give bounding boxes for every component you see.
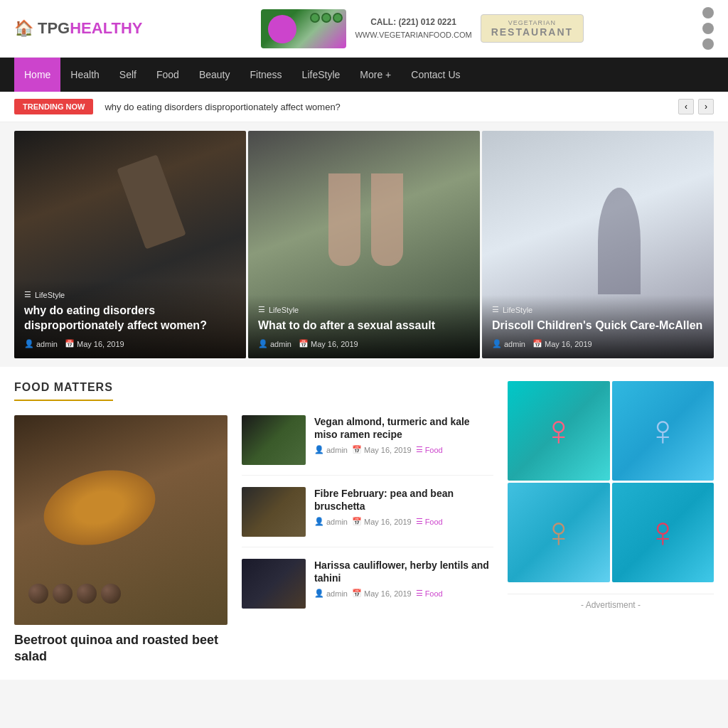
post-meta-1: 👤 admin 📅 May 16, 2019	[24, 339, 236, 348]
nav-food[interactable]: Food	[146, 58, 189, 92]
food-list-meta-1: 👤 admin 📅 May 16, 2019 ☰ Food	[314, 445, 493, 454]
author-icon: 👤	[24, 339, 34, 348]
author-icon-2: 👤	[258, 339, 268, 348]
food-main-image	[14, 415, 228, 625]
nav-fitness[interactable]: Fitness	[240, 58, 291, 92]
food-content: FOOD MATTERS Beetroot quinoa and roasted…	[14, 381, 493, 665]
food-list-item-2[interactable]: Fibre February: pea and bean bruschetta …	[242, 487, 493, 547]
trending-next[interactable]: ›	[698, 99, 714, 114]
author-icon-list-1: 👤	[314, 445, 324, 454]
meta-cat-2: ☰ Food	[416, 517, 443, 526]
meta-author-3: 👤 admin	[314, 589, 348, 598]
featured-item-1[interactable]: ☰ LifeStyle why do eating disorders disp…	[14, 131, 246, 358]
food-list-title-1: Vegan almond, turmeric and kale miso ram…	[314, 415, 493, 441]
restaurant-badge: VEGETARIAN RESTAURANT	[481, 14, 584, 43]
featured-item-3[interactable]: ☰ LifeStyle Driscoll Children's Quick Ca…	[482, 131, 714, 358]
food-list-item-1[interactable]: Vegan almond, turmeric and kale miso ram…	[242, 415, 493, 476]
post-category-1: ☰ LifeStyle	[24, 290, 236, 299]
person-silhouette-3: ♀	[542, 511, 574, 554]
nav-contact[interactable]: Contact Us	[401, 58, 470, 92]
food-list-image-1	[242, 415, 306, 465]
social-icon-2[interactable]	[702, 23, 714, 34]
food-section-grid: Beetroot quinoa and roasted beet salad V…	[14, 415, 493, 665]
post-date-2: 📅 May 16, 2019	[299, 339, 358, 348]
meta-author-1: 👤 admin	[314, 445, 348, 454]
calendar-icon-list-3: 📅	[352, 589, 362, 598]
featured-grid: ☰ LifeStyle why do eating disorders disp…	[14, 131, 714, 358]
meta-date-3: 📅 May 16, 2019	[352, 589, 412, 598]
food-list: Vegan almond, turmeric and kale miso ram…	[242, 415, 493, 665]
featured-overlay-3: ☰ LifeStyle Driscoll Children's Quick Ca…	[482, 295, 714, 358]
food-list-content-1: Vegan almond, turmeric and kale miso ram…	[314, 415, 493, 454]
photo-cell-2[interactable]: ♀	[612, 381, 714, 481]
photo-cell-3[interactable]: ♀	[508, 483, 610, 582]
meta-cat-1: ☰ Food	[416, 445, 443, 454]
header-center: CALL: (221) 012 0221 WWW.VEGETARIANFOOD.…	[261, 9, 584, 48]
nav-beauty[interactable]: Beauty	[189, 58, 240, 92]
trending-nav[interactable]: ‹ ›	[678, 99, 714, 114]
post-category-2: ☰ LifeStyle	[258, 305, 470, 314]
nav-more[interactable]: More +	[350, 58, 401, 92]
meta-date-2: 📅 May 16, 2019	[352, 517, 412, 526]
featured-overlay-1: ☰ LifeStyle why do eating disorders disp…	[14, 280, 246, 358]
calendar-icon-list-2: 📅	[352, 517, 362, 526]
food-main-article[interactable]: Beetroot quinoa and roasted beet salad	[14, 415, 228, 665]
nav-home[interactable]: Home	[14, 58, 60, 92]
calendar-icon-list-1: 📅	[352, 445, 362, 454]
food-list-title-2: Fibre February: pea and bean bruschetta	[314, 487, 493, 513]
food-list-item-3[interactable]: Harissa cauliflower, herby lentils and t…	[242, 559, 493, 619]
post-category-3: ☰ LifeStyle	[492, 305, 704, 314]
nav-self[interactable]: Self	[109, 58, 146, 92]
featured-overlay-2: ☰ LifeStyle What to do after a sexual as…	[248, 295, 480, 358]
advertisment-label: - Advertisment -	[508, 594, 714, 616]
meta-author-2: 👤 admin	[314, 517, 348, 526]
logo-icon: 🏠	[14, 19, 33, 38]
cat-icon-list-3: ☰	[416, 589, 423, 598]
food-and-sidebar: FOOD MATTERS Beetroot quinoa and roasted…	[14, 381, 714, 665]
person-silhouette-4: ♀	[647, 511, 679, 554]
featured-title-1: why do eating disorders disproportionate…	[24, 304, 236, 333]
header-contact: CALL: (221) 012 0221 WWW.VEGETARIANFOOD.…	[355, 16, 471, 42]
post-author-3: 👤 admin	[492, 339, 525, 348]
person-silhouette-1: ♀	[542, 410, 574, 452]
trending-prev[interactable]: ‹	[678, 99, 694, 114]
cat-icon-list-2: ☰	[416, 517, 423, 526]
main-nav: Home Health Self Food Beauty Fitness Lif…	[0, 58, 728, 92]
post-author: 👤 admin	[24, 339, 58, 348]
nav-lifestyle[interactable]: LifeStyle	[292, 58, 350, 92]
header-food-image	[261, 9, 346, 48]
trending-text: why do eating disorders disproportionate…	[105, 102, 667, 112]
food-section: FOOD MATTERS Beetroot quinoa and roasted…	[0, 367, 728, 680]
category-icon: ☰	[24, 290, 31, 299]
post-meta-3: 👤 admin 📅 May 16, 2019	[492, 339, 704, 348]
photo-cell-1[interactable]: ♀	[508, 381, 610, 481]
featured-item-2[interactable]: ☰ LifeStyle What to do after a sexual as…	[248, 131, 480, 358]
calendar-icon-3: 📅	[532, 339, 542, 348]
category-icon-3: ☰	[492, 305, 499, 314]
trending-bar: TRENDING NOW why do eating disorders dis…	[0, 92, 728, 122]
author-icon-3: 👤	[492, 339, 502, 348]
category-icon-2: ☰	[258, 305, 265, 314]
social-icon-1[interactable]	[702, 7, 714, 18]
trending-badge: TRENDING NOW	[14, 99, 93, 114]
meta-cat-3: ☰ Food	[416, 589, 443, 598]
nav-health[interactable]: Health	[60, 58, 109, 92]
cat-icon-list-1: ☰	[416, 445, 423, 454]
author-icon-list-2: 👤	[314, 517, 324, 526]
featured-title-2: What to do after a sexual assault	[258, 318, 470, 333]
author-icon-list-3: 👤	[314, 589, 324, 598]
food-list-content-3: Harissa cauliflower, herby lentils and t…	[314, 559, 493, 598]
logo-area[interactable]: 🏠 TPGHEALTHY	[14, 19, 143, 38]
post-meta-2: 👤 admin 📅 May 16, 2019	[258, 339, 470, 348]
top-header: 🏠 TPGHEALTHY CALL: (221) 012 0221 WWW.VE…	[0, 0, 728, 58]
logo-text: TPGHEALTHY	[38, 19, 143, 38]
food-main-title: Beetroot quinoa and roasted beet salad	[14, 632, 228, 665]
photo-cell-4[interactable]: ♀	[612, 483, 714, 582]
featured-title-3: Driscoll Children's Quick Care-McAllen	[492, 318, 704, 333]
food-list-image-2	[242, 487, 306, 537]
food-list-content-2: Fibre February: pea and bean bruschetta …	[314, 487, 493, 526]
post-date-3: 📅 May 16, 2019	[532, 339, 592, 348]
social-icon-3[interactable]	[702, 38, 714, 50]
header-social-icons[interactable]	[702, 7, 714, 50]
person-silhouette-2: ♀	[647, 410, 679, 452]
